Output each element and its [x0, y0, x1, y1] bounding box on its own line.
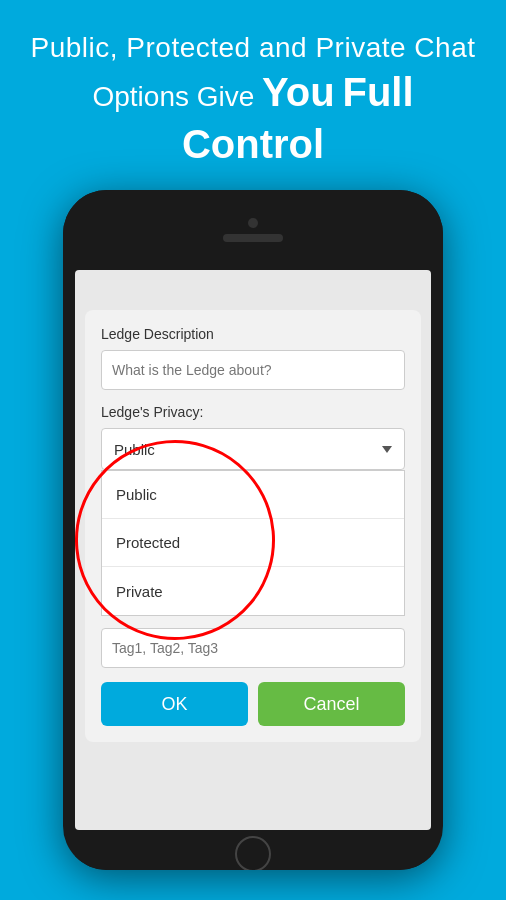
header-control-text: Control — [182, 122, 324, 166]
header-line2: Options Give You Full Control — [20, 66, 486, 170]
privacy-label: Ledge's Privacy: — [101, 404, 405, 420]
header-you-text: You — [262, 70, 335, 114]
dialog-buttons: OK Cancel — [101, 682, 405, 726]
header-options-text: Options Give — [92, 81, 262, 112]
option-protected[interactable]: Protected — [102, 519, 404, 567]
option-public[interactable]: Public — [102, 471, 404, 519]
option-private[interactable]: Private — [102, 567, 404, 615]
tags-input[interactable] — [101, 628, 405, 668]
privacy-dropdown[interactable]: Public — [101, 428, 405, 470]
dialog-box: Ledge Description Ledge's Privacy: Publi… — [85, 310, 421, 742]
header-line1-text: Public, Protected and Private Chat — [30, 32, 475, 63]
phone-device: Ledge Description Ledge's Privacy: Publi… — [63, 190, 443, 870]
home-button[interactable] — [235, 836, 271, 870]
phone-bottom-bar — [75, 830, 431, 870]
description-label: Ledge Description — [101, 326, 405, 342]
cancel-button[interactable]: Cancel — [258, 682, 405, 726]
description-input[interactable] — [101, 350, 405, 390]
phone-screen: Ledge Description Ledge's Privacy: Publi… — [75, 270, 431, 830]
header: Public, Protected and Private Chat Optio… — [0, 30, 506, 170]
camera-icon — [248, 218, 258, 228]
header-full-text: Full — [342, 70, 413, 114]
phone-top-bar — [63, 190, 443, 270]
ok-button[interactable]: OK — [101, 682, 248, 726]
speaker-icon — [223, 234, 283, 242]
header-line1: Public, Protected and Private Chat — [20, 30, 486, 66]
dropdown-options-list: Public Protected Private — [101, 470, 405, 616]
selected-option-text: Public — [114, 441, 155, 458]
chevron-down-icon — [382, 446, 392, 453]
